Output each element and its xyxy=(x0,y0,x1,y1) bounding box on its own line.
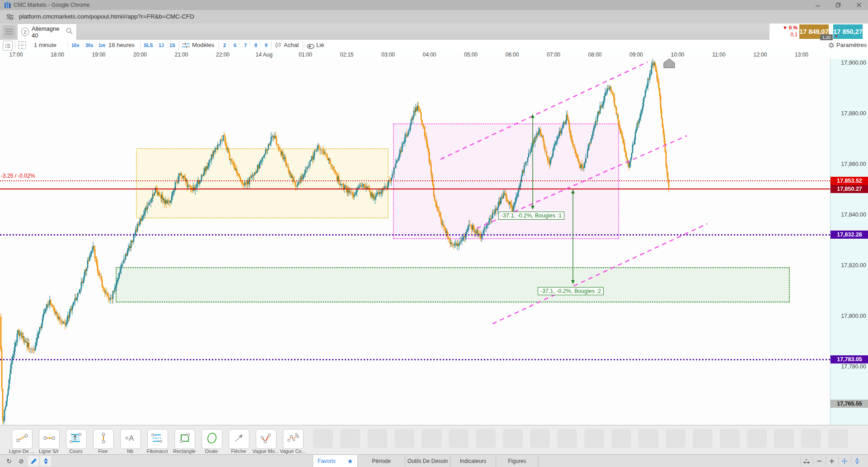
spread-badge: 1,20 xyxy=(820,34,833,40)
quick-timeframe-10s[interactable]: 10s xyxy=(71,42,80,48)
ellipse-icon xyxy=(205,432,219,446)
duration-selector[interactable]: 18 heures xyxy=(108,42,135,48)
tool-annotation-button[interactable]: A xyxy=(120,429,141,449)
tool-fibonacci-button[interactable] xyxy=(147,429,168,449)
instrument-tab[interactable]: 2 Allemagne 40 xyxy=(17,24,77,40)
lie-button[interactable]: Lié xyxy=(316,42,324,48)
price-level-line[interactable] xyxy=(0,189,830,189)
bottom-tab-figures[interactable]: Figures xyxy=(496,455,539,467)
tool-arrow-button[interactable] xyxy=(229,429,249,449)
refresh-icon[interactable]: ↻ xyxy=(4,456,14,466)
measurement-label[interactable]: -37.1, -0.2%, Bougies :1 xyxy=(498,212,564,220)
minimize-button[interactable] xyxy=(811,1,825,9)
tool-trend-line-button[interactable] xyxy=(12,429,33,449)
range-sls[interactable]: SLS xyxy=(144,42,153,48)
price-tag: 17.853.52 xyxy=(830,177,868,185)
empty-tool-slot xyxy=(313,429,333,448)
bottom-tab-outils-de-dessin[interactable]: Outils De Dessin xyxy=(405,455,450,467)
svg-text:A: A xyxy=(129,434,134,443)
price-level-line[interactable] xyxy=(0,180,830,181)
timeframe-selector[interactable]: 1 minute xyxy=(34,42,56,48)
model-number-8[interactable]: 8 xyxy=(254,42,257,48)
trend-line-icon xyxy=(15,432,29,446)
crosshair-icon[interactable] xyxy=(838,456,850,466)
price-axis-tick: 17,780.00 xyxy=(841,363,866,370)
empty-tool-slot xyxy=(503,429,523,448)
tool-rectangle-button[interactable] xyxy=(174,429,195,449)
models-button[interactable]: Modèles xyxy=(192,42,214,48)
tool-label: Ligne S/r xyxy=(35,448,62,454)
time-axis-label: 14 Aug xyxy=(256,52,272,58)
url-text[interactable]: platform.cmcmarkets.com/popout.html#/app… xyxy=(19,13,194,20)
measurement-label[interactable]: -37.1, -0.2%, Bougies :2 xyxy=(538,287,604,295)
buy-price-button[interactable]: 17 850,27 ▼ xyxy=(833,24,863,39)
time-axis-label: 02:15 xyxy=(340,52,353,58)
tool-ellipse-button[interactable] xyxy=(202,429,222,449)
price-level-line[interactable] xyxy=(0,359,830,360)
empty-tool-slot xyxy=(557,429,577,448)
site-settings-icon[interactable] xyxy=(6,14,14,22)
wave-impulse-icon xyxy=(259,432,273,446)
settings-button[interactable]: Paramètres xyxy=(836,42,867,48)
model-number-2[interactable]: 2 xyxy=(223,42,226,48)
close-icon[interactable] xyxy=(852,1,866,9)
tool-wave-corrective-button[interactable] xyxy=(283,429,304,449)
achat-button[interactable]: Achat xyxy=(284,42,299,48)
chart-toolbar: 1 minute 10s 30s 1m 18 heures SLS 1J 1S … xyxy=(0,40,868,51)
bottom-bar: ↻⊘Favoris★PériodeOutils De DessinIndicat… xyxy=(0,454,868,467)
time-axis-label: 07:00 xyxy=(547,52,560,58)
tool-wave-impulse-button[interactable] xyxy=(256,429,277,449)
favorite-star-icon[interactable]: ★ xyxy=(347,458,353,465)
price-line-icon xyxy=(70,432,83,446)
browser-url-bar[interactable]: platform.cmcmarkets.com/popout.html#/app… xyxy=(0,10,868,24)
watchlist-icon[interactable] xyxy=(3,41,13,51)
range-1j[interactable]: 1J xyxy=(159,42,164,48)
empty-tool-slot xyxy=(584,429,604,448)
model-number-5[interactable]: 5 xyxy=(234,42,236,48)
candlestick-icon xyxy=(275,42,282,50)
quick-timeframe-30s[interactable]: 30s xyxy=(85,42,94,48)
zoom-in-icon[interactable] xyxy=(826,456,838,466)
range-1s[interactable]: 1S xyxy=(169,42,175,48)
disabled-icon[interactable]: ⊘ xyxy=(16,456,27,466)
tool-vertical-line-button[interactable] xyxy=(93,429,114,449)
time-axis-label: 12:00 xyxy=(753,52,767,58)
tool-label: Ligne De ... xyxy=(8,448,35,454)
time-axis[interactable]: 17:0018:0019:0020:0021:0022:0014 Aug01:0… xyxy=(0,51,868,59)
bottom-tab-favoris[interactable]: Favoris★ xyxy=(313,455,358,467)
price-level-line[interactable] xyxy=(0,234,830,236)
empty-tool-slot xyxy=(394,429,414,448)
tab-label: Période xyxy=(372,458,390,464)
time-axis-label: 11:00 xyxy=(712,52,725,58)
tab-count-badge: 2 xyxy=(21,28,29,36)
pencil-icon[interactable] xyxy=(28,456,39,466)
model-number-9[interactable]: 9 xyxy=(265,42,267,48)
tool-price-line-button[interactable] xyxy=(66,429,87,449)
restore-button[interactable] xyxy=(831,1,845,9)
tab-label: Figures xyxy=(508,458,526,464)
model-number-7[interactable]: 7 xyxy=(244,42,247,48)
layout-grid-icon[interactable] xyxy=(18,41,26,51)
price-axis[interactable]: 17,900.0017,880.0017,860.0017,840.0017,8… xyxy=(830,59,868,425)
time-axis-label: 05:00 xyxy=(464,52,478,58)
bottom-tab-période[interactable]: Période xyxy=(358,455,405,467)
empty-tool-slot xyxy=(774,429,794,448)
empty-tool-slot xyxy=(747,429,767,448)
zoom-out-icon[interactable] xyxy=(813,456,825,466)
session-low-tag: 17,765.55 xyxy=(830,400,868,408)
search-icon[interactable] xyxy=(66,28,73,36)
bottom-tab-indicateurs[interactable]: Indicateurs xyxy=(450,455,496,467)
fit-width-icon[interactable]: + xyxy=(800,456,812,466)
fit-height-icon[interactable] xyxy=(851,456,863,466)
candlestick-canvas[interactable] xyxy=(0,59,830,425)
tool-label: Flèche xyxy=(225,448,252,454)
chart-plot-area[interactable]: -37.1, -0.2%, Bougies :1-37.1, -0.2%, Bo… xyxy=(0,59,830,425)
menu-hamburger-icon[interactable] xyxy=(3,25,15,38)
quick-timeframe-1m[interactable]: 1m xyxy=(99,42,105,48)
price-axis-tick: 17,820.00 xyxy=(841,262,866,269)
window-title-bar[interactable]: CMC Markets - Google Chrome xyxy=(0,0,868,10)
horizontal-line-icon xyxy=(42,432,56,446)
sort-arrows-icon[interactable] xyxy=(40,456,51,466)
tool-horizontal-line-button[interactable] xyxy=(39,429,60,449)
empty-tool-slot xyxy=(693,429,713,448)
